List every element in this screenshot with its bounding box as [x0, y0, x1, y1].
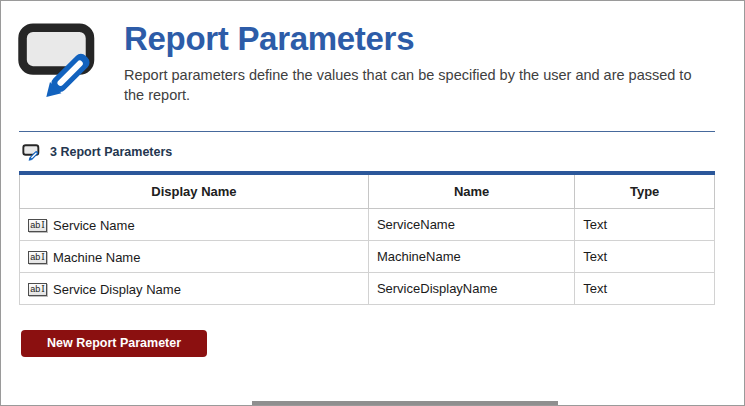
textbox-icon: abI: [28, 251, 47, 264]
param-type: Text: [575, 240, 715, 272]
param-name: ServiceDisplayName: [368, 272, 574, 304]
header-text: Report Parameters Report parameters defi…: [124, 17, 709, 105]
textbox-icon: abI: [28, 283, 47, 296]
parameters-section-header: 3 Report Parameters: [21, 142, 744, 162]
param-type: Text: [575, 208, 715, 240]
param-display-name[interactable]: Machine Name: [53, 250, 140, 265]
table-header-row: Display Name Name Type: [20, 173, 715, 208]
page-title: Report Parameters: [124, 21, 709, 57]
section-divider: [19, 131, 715, 132]
parameters-count-label: 3 Report Parameters: [50, 145, 172, 159]
column-header-display-name[interactable]: Display Name: [20, 173, 369, 208]
table-row[interactable]: abI Service Name ServiceName Text: [20, 208, 715, 240]
textbox-icon: abI: [28, 219, 47, 232]
param-name: MachineName: [368, 240, 574, 272]
param-name: ServiceName: [368, 208, 574, 240]
column-header-name[interactable]: Name: [368, 173, 574, 208]
param-display-name[interactable]: Service Display Name: [53, 282, 181, 297]
report-edit-icon-small: [21, 143, 43, 162]
page-header: Report Parameters Report parameters defi…: [1, 1, 744, 105]
page-subtitle: Report parameters define the values that…: [124, 65, 709, 105]
new-report-parameter-button[interactable]: New Report Parameter: [21, 330, 207, 357]
param-type: Text: [575, 272, 715, 304]
table-row[interactable]: abI Service Display Name ServiceDisplayN…: [20, 272, 715, 304]
horizontal-scrollbar-thumb[interactable]: [252, 401, 558, 405]
report-edit-icon: [14, 17, 109, 103]
param-display-name[interactable]: Service Name: [53, 218, 135, 233]
parameters-table-container: Display Name Name Type abI Service Name …: [19, 171, 715, 305]
parameters-table: Display Name Name Type abI Service Name …: [19, 171, 715, 305]
report-parameters-page: Report Parameters Report parameters defi…: [0, 0, 745, 406]
table-row[interactable]: abI Machine Name MachineName Text: [20, 240, 715, 272]
column-header-type[interactable]: Type: [575, 173, 715, 208]
